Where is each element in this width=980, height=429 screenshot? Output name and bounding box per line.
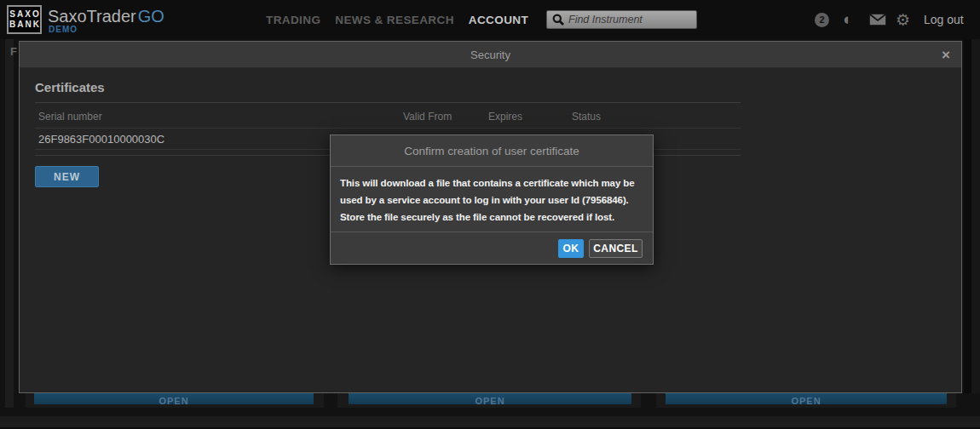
- column-header-valid-from: Valid From: [403, 111, 452, 123]
- security-modal-titlebar: Security ×: [20, 42, 961, 68]
- dialog-text-line: used by a service account to log in with…: [340, 192, 643, 209]
- open-button-label: OPEN: [791, 396, 821, 406]
- background-left-strip: [5, 39, 14, 429]
- log-out-button[interactable]: Log out: [924, 0, 964, 39]
- open-button[interactable]: OPEN: [349, 392, 631, 404]
- instrument-search[interactable]: [546, 10, 697, 29]
- confirm-dialog-titlebar: Confirm creation of user certificate: [331, 135, 653, 167]
- close-icon[interactable]: ×: [942, 42, 950, 68]
- dialog-text-line: Store the file securely as the file cann…: [340, 209, 643, 226]
- contrast-theme-icon[interactable]: ◐: [843, 0, 852, 39]
- open-button[interactable]: OPEN: [666, 392, 947, 404]
- mail-icon[interactable]: [869, 0, 886, 39]
- top-bar: SAXO BANK SaxoTraderGO DEMO TRADING NEWS…: [0, 0, 980, 39]
- column-header-serial-number: Serial number: [38, 111, 102, 123]
- background-bottom-strip: [0, 416, 980, 427]
- open-button-label: OPEN: [475, 396, 504, 406]
- new-certificate-button[interactable]: NEW: [35, 166, 99, 187]
- confirm-dialog-footer: OK CANCEL: [331, 232, 653, 264]
- demo-badge: DEMO: [49, 25, 78, 34]
- logo-line-saxo: SAXO: [8, 9, 40, 20]
- nav-trading[interactable]: TRADING: [266, 14, 320, 26]
- confirm-dialog-body: This will download a file that contains …: [331, 167, 653, 232]
- search-input[interactable]: [568, 14, 688, 26]
- settings-gear-icon[interactable]: ⚙: [896, 0, 910, 39]
- dialog-text-line: This will download a file that contains …: [340, 174, 643, 192]
- notification-count-badge: 2: [815, 13, 829, 27]
- open-button-label: OPEN: [159, 396, 188, 406]
- security-modal-title: Security: [470, 49, 510, 61]
- app-title-go: GO: [138, 7, 164, 26]
- app-title: SaxoTraderGO: [48, 7, 164, 26]
- confirm-certificate-dialog: Confirm creation of user certificate Thi…: [330, 134, 654, 265]
- nav-account[interactable]: ACCOUNT: [469, 14, 528, 26]
- app-title-name: SaxoTrader: [48, 7, 136, 26]
- confirm-dialog-title: Confirm creation of user certificate: [404, 145, 579, 157]
- nav-news-research[interactable]: NEWS & RESEARCH: [335, 14, 454, 26]
- ok-button[interactable]: OK: [558, 239, 584, 258]
- search-icon: [552, 14, 564, 26]
- background-partial-text: F: [10, 45, 17, 58]
- column-header-expires: Expires: [488, 111, 522, 123]
- cancel-button[interactable]: CANCEL: [589, 239, 643, 258]
- certificates-heading: Certificates: [35, 80, 741, 103]
- saxo-bank-logo[interactable]: SAXO BANK: [7, 5, 42, 34]
- main-nav: TRADING NEWS & RESEARCH ACCOUNT: [266, 0, 528, 39]
- logo-line-bank: BANK: [8, 20, 41, 30]
- background-bottom-band: [0, 408, 980, 416]
- certificate-serial-number: 26F9863F00010000030C: [38, 133, 164, 146]
- open-button[interactable]: OPEN: [34, 392, 314, 404]
- background-right-strip-dark: [964, 39, 971, 393]
- notifications-button[interactable]: 2: [815, 0, 829, 39]
- column-header-status: Status: [572, 111, 601, 123]
- background-right-strip-light: [971, 39, 980, 393]
- certificates-table-header: Serial number Valid From Expires Status: [35, 103, 741, 129]
